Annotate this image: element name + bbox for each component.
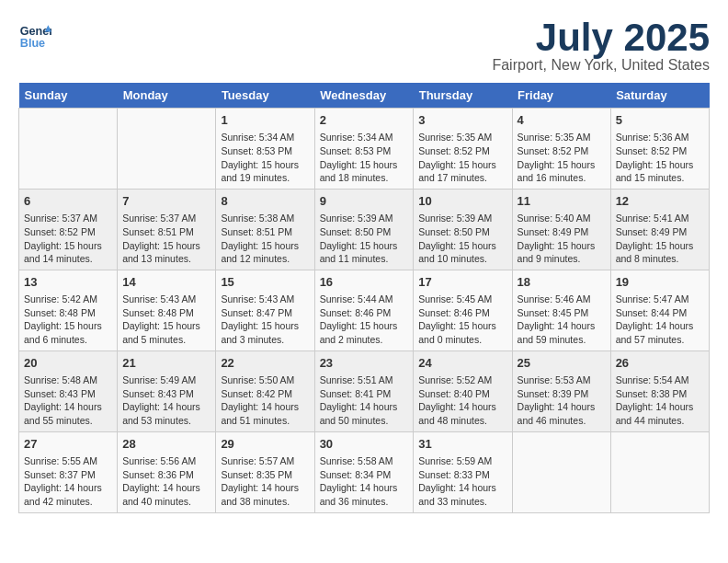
- calendar-cell: 19 Sunrise: 5:47 AM Sunset: 8:44 PM Dayl…: [610, 270, 709, 350]
- day-number: 15: [221, 274, 309, 291]
- sunrise-info: Sunrise: 5:56 AM: [122, 454, 210, 468]
- weekday-header: Tuesday: [216, 83, 314, 109]
- day-number: 26: [616, 355, 704, 372]
- day-number: 20: [24, 355, 112, 372]
- daylight-info: Daylight: 14 hours and 36 minutes.: [320, 481, 409, 508]
- calendar-cell: 24 Sunrise: 5:52 AM Sunset: 8:40 PM Dayl…: [414, 350, 512, 431]
- calendar-cell: 25 Sunrise: 5:53 AM Sunset: 8:39 PM Dayl…: [512, 350, 610, 431]
- sunset-info: Sunset: 8:38 PM: [616, 387, 704, 401]
- calendar-cell: 26 Sunrise: 5:54 AM Sunset: 8:38 PM Dayl…: [610, 350, 709, 431]
- logo-icon: General Blue: [18, 18, 51, 52]
- daylight-info: Daylight: 14 hours and 40 minutes.: [122, 481, 210, 508]
- sunset-info: Sunset: 8:39 PM: [518, 387, 606, 401]
- calendar-cell: 23 Sunrise: 5:51 AM Sunset: 8:41 PM Dayl…: [314, 350, 414, 431]
- sunset-info: Sunset: 8:45 PM: [518, 306, 606, 320]
- daylight-info: Daylight: 14 hours and 46 minutes.: [518, 400, 606, 427]
- sunset-info: Sunset: 8:46 PM: [418, 306, 506, 320]
- day-number: 21: [122, 355, 210, 372]
- daylight-info: Daylight: 14 hours and 59 minutes.: [518, 319, 606, 346]
- day-number: 25: [518, 355, 606, 372]
- day-number: 6: [24, 193, 112, 210]
- sunset-info: Sunset: 8:48 PM: [122, 306, 210, 320]
- daylight-info: Daylight: 15 hours and 10 minutes.: [418, 239, 506, 266]
- calendar-cell: 28 Sunrise: 5:56 AM Sunset: 8:36 PM Dayl…: [118, 431, 216, 512]
- sunset-info: Sunset: 8:46 PM: [320, 306, 409, 320]
- calendar-cell: 7 Sunrise: 5:37 AM Sunset: 8:51 PM Dayli…: [118, 189, 216, 270]
- calendar-cell: 20 Sunrise: 5:48 AM Sunset: 8:43 PM Dayl…: [19, 350, 118, 431]
- sunrise-info: Sunrise: 5:59 AM: [418, 454, 506, 468]
- daylight-info: Daylight: 15 hours and 6 minutes.: [24, 319, 112, 346]
- daylight-info: Daylight: 14 hours and 33 minutes.: [418, 481, 506, 508]
- daylight-info: Daylight: 15 hours and 15 minutes.: [616, 158, 704, 185]
- weekday-header: Wednesday: [314, 83, 414, 109]
- sunrise-info: Sunrise: 5:39 AM: [320, 212, 409, 225]
- daylight-info: Daylight: 15 hours and 2 minutes.: [320, 319, 409, 346]
- daylight-info: Daylight: 14 hours and 48 minutes.: [418, 400, 506, 427]
- daylight-info: Daylight: 14 hours and 53 minutes.: [122, 400, 210, 427]
- day-number: 23: [320, 355, 409, 372]
- daylight-info: Daylight: 15 hours and 17 minutes.: [418, 158, 506, 185]
- daylight-info: Daylight: 15 hours and 14 minutes.: [24, 239, 112, 266]
- day-number: 27: [24, 436, 112, 453]
- sunrise-info: Sunrise: 5:37 AM: [24, 212, 112, 225]
- calendar-cell: 8 Sunrise: 5:38 AM Sunset: 8:51 PM Dayli…: [216, 189, 314, 270]
- calendar-table: SundayMondayTuesdayWednesdayThursdayFrid…: [18, 83, 710, 513]
- weekday-header: Friday: [512, 83, 610, 109]
- calendar-cell: 16 Sunrise: 5:44 AM Sunset: 8:46 PM Dayl…: [314, 270, 414, 350]
- sunrise-info: Sunrise: 5:43 AM: [122, 293, 210, 306]
- calendar-cell: [512, 431, 610, 512]
- sunset-info: Sunset: 8:43 PM: [122, 387, 210, 401]
- sunrise-info: Sunrise: 5:41 AM: [616, 212, 704, 225]
- title-block: July 2025 Fairport, New York, United Sta…: [492, 18, 710, 74]
- daylight-info: Daylight: 15 hours and 19 minutes.: [221, 158, 309, 185]
- daylight-info: Daylight: 15 hours and 3 minutes.: [221, 319, 309, 346]
- daylight-info: Daylight: 14 hours and 44 minutes.: [616, 400, 704, 427]
- daylight-info: Daylight: 14 hours and 55 minutes.: [24, 400, 112, 427]
- sunset-info: Sunset: 8:49 PM: [518, 225, 606, 239]
- calendar-cell: [610, 431, 709, 512]
- sunrise-info: Sunrise: 5:35 AM: [518, 131, 606, 144]
- calendar-cell: 2 Sunrise: 5:34 AM Sunset: 8:53 PM Dayli…: [314, 109, 414, 190]
- sunset-info: Sunset: 8:53 PM: [221, 144, 309, 158]
- calendar-cell: 29 Sunrise: 5:57 AM Sunset: 8:35 PM Dayl…: [216, 431, 314, 512]
- calendar-cell: 21 Sunrise: 5:49 AM Sunset: 8:43 PM Dayl…: [118, 350, 216, 431]
- daylight-info: Daylight: 15 hours and 13 minutes.: [122, 239, 210, 266]
- sunrise-info: Sunrise: 5:42 AM: [24, 293, 112, 306]
- weekday-header: Monday: [118, 83, 216, 109]
- sunset-info: Sunset: 8:50 PM: [418, 225, 506, 239]
- day-number: 28: [122, 436, 210, 453]
- day-number: 8: [221, 193, 309, 210]
- sunrise-info: Sunrise: 5:58 AM: [320, 454, 409, 468]
- calendar-cell: 15 Sunrise: 5:43 AM Sunset: 8:47 PM Dayl…: [216, 270, 314, 350]
- calendar-week-row: 13 Sunrise: 5:42 AM Sunset: 8:48 PM Dayl…: [19, 270, 710, 350]
- weekday-header-row: SundayMondayTuesdayWednesdayThursdayFrid…: [19, 83, 710, 109]
- sunrise-info: Sunrise: 5:43 AM: [221, 293, 309, 306]
- daylight-info: Daylight: 15 hours and 0 minutes.: [418, 319, 506, 346]
- sunset-info: Sunset: 8:42 PM: [221, 387, 309, 401]
- daylight-info: Daylight: 15 hours and 9 minutes.: [518, 239, 606, 266]
- sunset-info: Sunset: 8:44 PM: [616, 306, 704, 320]
- sunset-info: Sunset: 8:52 PM: [616, 144, 704, 158]
- sunset-info: Sunset: 8:49 PM: [616, 225, 704, 239]
- sunset-info: Sunset: 8:53 PM: [320, 144, 409, 158]
- daylight-info: Daylight: 15 hours and 11 minutes.: [320, 239, 409, 266]
- calendar-cell: 30 Sunrise: 5:58 AM Sunset: 8:34 PM Dayl…: [314, 431, 414, 512]
- day-number: 29: [221, 436, 309, 453]
- sunrise-info: Sunrise: 5:52 AM: [418, 373, 506, 387]
- sunrise-info: Sunrise: 5:34 AM: [320, 131, 409, 144]
- sunset-info: Sunset: 8:40 PM: [418, 387, 506, 401]
- sunset-info: Sunset: 8:48 PM: [24, 306, 112, 320]
- calendar-cell: [19, 109, 118, 190]
- sunset-info: Sunset: 8:36 PM: [122, 468, 210, 482]
- day-number: 13: [24, 274, 112, 291]
- sunset-info: Sunset: 8:52 PM: [518, 144, 606, 158]
- sunset-info: Sunset: 8:33 PM: [418, 468, 506, 482]
- day-number: 19: [616, 274, 704, 291]
- sunrise-info: Sunrise: 5:40 AM: [518, 212, 606, 225]
- day-number: 16: [320, 274, 409, 291]
- sunset-info: Sunset: 8:51 PM: [122, 225, 210, 239]
- sunrise-info: Sunrise: 5:55 AM: [24, 454, 112, 468]
- calendar-cell: 13 Sunrise: 5:42 AM Sunset: 8:48 PM Dayl…: [19, 270, 118, 350]
- day-number: 22: [221, 355, 309, 372]
- sunrise-info: Sunrise: 5:48 AM: [24, 373, 112, 387]
